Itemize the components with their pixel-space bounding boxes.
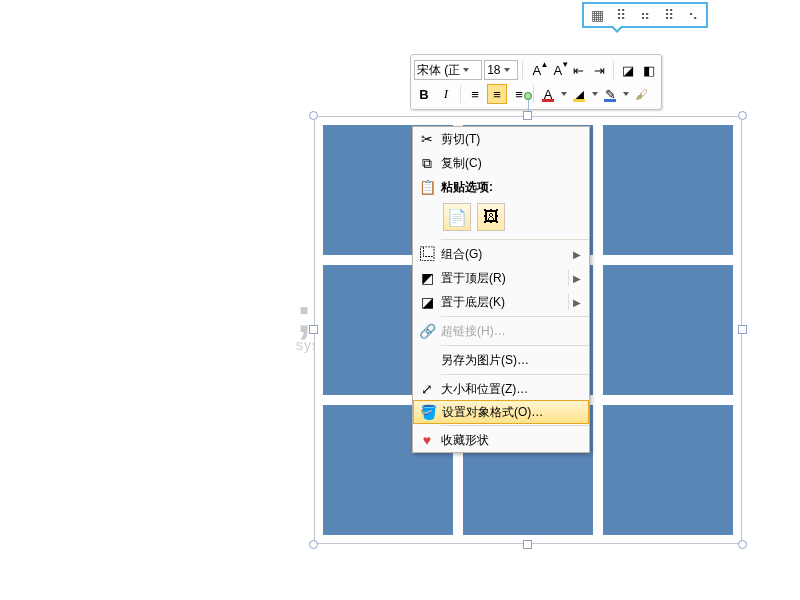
menu-save-as-picture[interactable]: 另存为图片(S)… bbox=[413, 348, 589, 372]
separator bbox=[460, 85, 461, 103]
separator bbox=[568, 270, 569, 286]
font-color-button[interactable]: A bbox=[538, 84, 558, 104]
align-center-button[interactable]: ≡ bbox=[487, 84, 507, 104]
menu-label: 复制(C) bbox=[441, 155, 583, 172]
resize-handle-b[interactable] bbox=[523, 540, 532, 549]
menu-label: 置于底层(K) bbox=[441, 294, 564, 311]
submenu-arrow-icon: ▶ bbox=[573, 297, 583, 308]
quick-styles-button[interactable]: ◧ bbox=[639, 60, 658, 80]
menu-label: 置于顶层(R) bbox=[441, 270, 564, 287]
menu-copy[interactable]: ⧉ 复制(C) bbox=[413, 151, 589, 175]
tile bbox=[603, 405, 733, 535]
bring-front-icon: ◩ bbox=[413, 270, 441, 286]
tile bbox=[603, 125, 733, 255]
context-menu: ✂ 剪切(T) ⧉ 复制(C) 📋 粘贴选项: 📄 🖼 ⿺ 组合(G) ▶ ◩ … bbox=[412, 126, 590, 453]
submenu-arrow-icon: ▶ bbox=[573, 249, 583, 260]
font-size-value: 18 bbox=[487, 63, 500, 77]
separator bbox=[522, 61, 523, 79]
shape-fill-dropdown[interactable] bbox=[591, 92, 598, 96]
clipboard-icon: 📋 bbox=[413, 179, 441, 195]
decrease-indent-button[interactable]: ⇤ bbox=[569, 60, 588, 80]
separator bbox=[441, 374, 589, 375]
rotate-handle[interactable] bbox=[524, 92, 532, 100]
menu-label: 剪切(T) bbox=[441, 131, 583, 148]
separator bbox=[568, 294, 569, 310]
menu-label: 超链接(H)… bbox=[441, 323, 583, 340]
resize-handle-bl[interactable] bbox=[309, 540, 318, 549]
shape-fill-button[interactable]: ◢ bbox=[569, 84, 589, 104]
resize-handle-t[interactable] bbox=[523, 111, 532, 120]
menu-hyperlink: 🔗 超链接(H)… bbox=[413, 319, 589, 343]
menu-label: 收藏形状 bbox=[441, 432, 583, 449]
view-gallery-strip[interactable]: ▦ ⠿ ⠶ ⠿ ⠢ bbox=[582, 2, 708, 28]
format-object-icon: 🪣 bbox=[414, 404, 442, 420]
format-painter-button[interactable]: 🖌 bbox=[631, 84, 651, 104]
separator bbox=[533, 85, 534, 103]
menu-label: 设置对象格式(O)… bbox=[442, 404, 582, 421]
gallery-opt-1[interactable]: ▦ bbox=[588, 6, 606, 24]
menu-label: 粘贴选项: bbox=[441, 179, 583, 196]
font-name-value: 宋体 (正 bbox=[417, 62, 460, 79]
send-back-icon: ◪ bbox=[413, 294, 441, 310]
gallery-opt-2[interactable]: ⠿ bbox=[612, 6, 630, 24]
separator bbox=[441, 425, 589, 426]
menu-bring-front[interactable]: ◩ 置于顶层(R) ▶ bbox=[413, 266, 589, 290]
bold-button[interactable]: B bbox=[414, 84, 434, 104]
tile bbox=[603, 265, 733, 395]
font-name-combo[interactable]: 宋体 (正 bbox=[414, 60, 482, 80]
paste-options: 📄 🖼 bbox=[413, 199, 589, 237]
copy-icon: ⧉ bbox=[413, 155, 441, 172]
separator bbox=[441, 316, 589, 317]
align-left-button[interactable]: ≡ bbox=[465, 84, 485, 104]
shape-outline-button[interactable]: ✎ bbox=[600, 84, 620, 104]
shrink-font-button[interactable]: A▼ bbox=[548, 60, 567, 80]
menu-size-position[interactable]: ⤢ 大小和位置(Z)… bbox=[413, 377, 589, 401]
separator bbox=[613, 61, 614, 79]
shape-outline-dropdown[interactable] bbox=[622, 92, 629, 96]
gallery-opt-5[interactable]: ⠢ bbox=[684, 6, 702, 24]
resize-handle-r[interactable] bbox=[738, 325, 747, 334]
menu-group[interactable]: ⿺ 组合(G) ▶ bbox=[413, 242, 589, 266]
menu-label: 大小和位置(Z)… bbox=[441, 381, 583, 398]
rotate-stem bbox=[528, 100, 529, 111]
gallery-pointer bbox=[610, 26, 624, 33]
menu-paste-header: 📋 粘贴选项: bbox=[413, 175, 589, 199]
increase-indent-button[interactable]: ⇥ bbox=[590, 60, 609, 80]
mini-toolbar: 宋体 (正 18 A▲ A▼ ⇤ ⇥ ◪ ◧ B I ≡ ≡ ≡ A ◢ ✎ 🖌 bbox=[410, 54, 662, 110]
hyperlink-icon: 🔗 bbox=[413, 323, 441, 339]
arrange-button[interactable]: ◪ bbox=[618, 60, 637, 80]
font-color-dropdown[interactable] bbox=[560, 92, 567, 96]
font-size-combo[interactable]: 18 bbox=[484, 60, 518, 80]
gallery-opt-3[interactable]: ⠶ bbox=[636, 6, 654, 24]
separator bbox=[441, 239, 589, 240]
separator bbox=[441, 345, 589, 346]
group-icon: ⿺ bbox=[413, 246, 441, 262]
paste-as-picture[interactable]: 🖼 bbox=[477, 203, 505, 231]
size-position-icon: ⤢ bbox=[413, 381, 441, 397]
resize-handle-tl[interactable] bbox=[309, 111, 318, 120]
menu-favorite-shape[interactable]: ♥ 收藏形状 bbox=[413, 428, 589, 452]
paste-keep-source[interactable]: 📄 bbox=[443, 203, 471, 231]
menu-send-back[interactable]: ◪ 置于底层(K) ▶ bbox=[413, 290, 589, 314]
resize-handle-br[interactable] bbox=[738, 540, 747, 549]
grow-font-button[interactable]: A▲ bbox=[527, 60, 546, 80]
scissors-icon: ✂ bbox=[413, 131, 441, 147]
resize-handle-l[interactable] bbox=[309, 325, 318, 334]
heart-icon: ♥ bbox=[413, 432, 441, 448]
resize-handle-tr[interactable] bbox=[738, 111, 747, 120]
menu-format-object[interactable]: 🪣 设置对象格式(O)… bbox=[413, 400, 589, 424]
gallery-opt-4[interactable]: ⠿ bbox=[660, 6, 678, 24]
italic-button[interactable]: I bbox=[436, 84, 456, 104]
menu-cut[interactable]: ✂ 剪切(T) bbox=[413, 127, 589, 151]
menu-label: 组合(G) bbox=[441, 246, 573, 263]
submenu-arrow-icon: ▶ bbox=[573, 273, 583, 284]
menu-label: 另存为图片(S)… bbox=[441, 352, 583, 369]
